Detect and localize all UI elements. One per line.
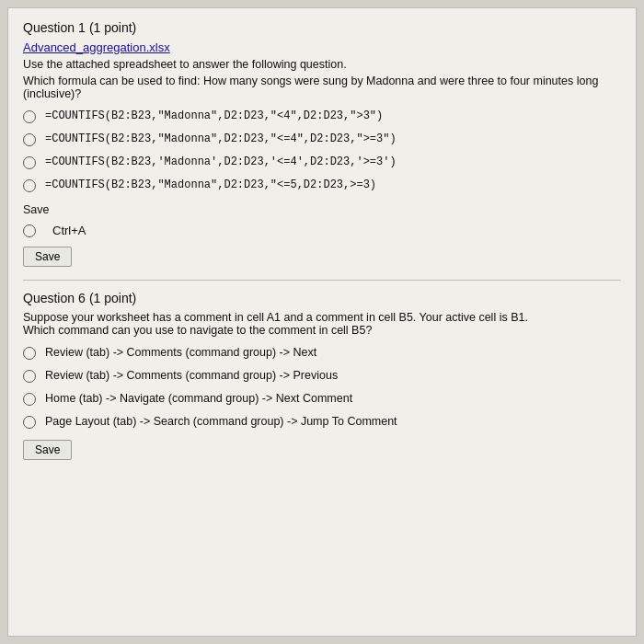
q1-radio-2[interactable]: [23, 133, 36, 146]
q1-option-2[interactable]: =COUNTIFS(B2:B23,"Madonna",D2:D23,"<=4",…: [23, 132, 621, 146]
q1-radio-4[interactable]: [23, 179, 36, 192]
q6-option-2-text: Review (tab) -> Comments (command group)…: [45, 369, 338, 382]
q1-save-section: Save: [23, 203, 621, 216]
q6-option-4-text: Page Layout (tab) -> Search (command gro…: [45, 415, 397, 428]
q6-radio-4[interactable]: [23, 416, 36, 429]
q6-radio-3[interactable]: [23, 393, 36, 406]
q6-radio-1[interactable]: [23, 347, 36, 360]
q6-option-2[interactable]: Review (tab) -> Comments (command group)…: [23, 369, 621, 383]
q1-title-text: Question 1: [23, 20, 86, 35]
page-container: Question 1 (1 point) Advanced_aggregatio…: [7, 7, 637, 637]
q1-option-4-text: =COUNTIFS(B2:B23,"Madonna",D2:D23,"<=5,D…: [45, 178, 376, 191]
q1-option-3-text: =COUNTIFS(B2:B23,'Madonna',D2:D23,'<=4',…: [45, 155, 397, 168]
q6-title-text: Question 6: [23, 291, 86, 305]
q1-option-2-text: =COUNTIFS(B2:B23,"Madonna",D2:D23,"<=4",…: [45, 132, 397, 145]
question-1-section: Question 1 (1 point) Advanced_aggregatio…: [23, 19, 621, 267]
section-divider: [23, 280, 621, 281]
q6-option-1[interactable]: Review (tab) -> Comments (command group)…: [23, 346, 621, 360]
q6-option-3-text: Home (tab) -> Navigate (command group) -…: [45, 392, 352, 405]
q1-option-4[interactable]: =COUNTIFS(B2:B23,"Madonna",D2:D23,"<=5,D…: [23, 178, 621, 192]
q6-save-button-row: Save: [23, 440, 621, 460]
q1-instruction: Use the attached spreadsheet to answer t…: [23, 58, 621, 71]
q1-option-1-text: =COUNTIFS(B2:B23,"Madonna",D2:D23,"<4",D…: [45, 109, 383, 122]
q1-points: (1 point): [89, 20, 136, 35]
q1-save-label: Save: [23, 203, 50, 216]
q1-radio-1[interactable]: [23, 110, 36, 123]
q6-question-line1: Suppose your worksheet has a comment in …: [23, 311, 621, 324]
q6-radio-2[interactable]: [23, 370, 36, 383]
q6-options-list: Review (tab) -> Comments (command group)…: [23, 346, 621, 429]
q1-option-3[interactable]: =COUNTIFS(B2:B23,'Madonna',D2:D23,'<=4',…: [23, 155, 621, 169]
q6-save-button[interactable]: Save: [23, 440, 72, 460]
q1-option-1[interactable]: =COUNTIFS(B2:B23,"Madonna",D2:D23,"<4",D…: [23, 109, 621, 123]
q6-title: Question 6 (1 point): [23, 290, 621, 305]
q1-shortcut-text: Ctrl+A: [52, 224, 86, 237]
q1-shortcut-radio[interactable]: [23, 224, 36, 237]
q1-title: Question 1 (1 point): [23, 19, 621, 35]
q6-option-3[interactable]: Home (tab) -> Navigate (command group) -…: [23, 392, 621, 406]
q6-question: Suppose your worksheet has a comment in …: [23, 311, 621, 337]
q1-save-button-row: Save: [23, 247, 621, 267]
q6-question-line2: Which command can you use to navigate to…: [23, 324, 621, 337]
q1-file-link[interactable]: Advanced_aggregation.xlsx: [23, 40, 621, 54]
q6-option-1-text: Review (tab) -> Comments (command group)…: [45, 346, 316, 359]
question-6-section: Question 6 (1 point) Suppose your worksh…: [23, 290, 621, 460]
q6-points: (1 point): [89, 291, 136, 305]
q1-radio-3[interactable]: [23, 156, 36, 169]
q1-save-button[interactable]: Save: [23, 247, 72, 267]
q1-shortcut-row: Ctrl+A: [23, 224, 621, 237]
q1-question: Which formula can be used to find: How m…: [23, 75, 621, 100]
q1-options-list: =COUNTIFS(B2:B23,"Madonna",D2:D23,"<4",D…: [23, 109, 621, 192]
q6-option-4[interactable]: Page Layout (tab) -> Search (command gro…: [23, 415, 621, 429]
